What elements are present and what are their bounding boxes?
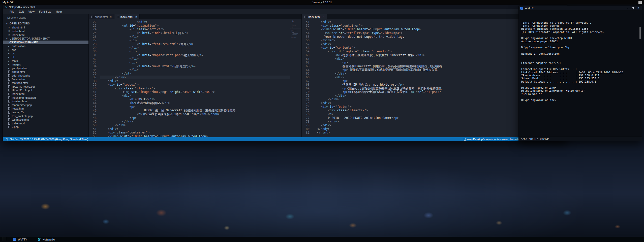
editor-pane-left: about.html×index.html× 22232425262728293… (88, 14, 301, 137)
terminal-line: "Hello World" (521, 92, 639, 95)
folder-fonts[interactable]: ▸fonts (3, 59, 88, 63)
code-line-43: <h1>HKWTC</h1> (100, 97, 290, 101)
taskbar-item-wstty[interactable]: WsTTY (13, 238, 27, 241)
window-controls: – × (627, 7, 640, 9)
open-editor-index.html[interactable]: ×index.html (3, 29, 88, 33)
code-editor-left[interactable]: </div> <ul id="navigation"> <li class="a… (100, 20, 290, 137)
file-icon (8, 126, 10, 128)
workspace-header[interactable]: ▾ USER/DESKTOP/SCREENSHOT (3, 37, 88, 41)
file-icon (8, 115, 10, 117)
code-line-50: </div> (100, 123, 290, 127)
file-location.html[interactable]: location.html (3, 99, 88, 103)
file-teabag.7z[interactable]: teabag.7z (3, 111, 88, 114)
file-label: testmysql.php (12, 118, 29, 121)
tab-close-icon[interactable]: × (323, 15, 324, 18)
hamburger-menu-icon[interactable] (638, 1, 642, 4)
terminal-output[interactable]: [info] Connecting to arozos WsTTY servic… (519, 10, 642, 137)
status-bar: Sat Jan 09 2021 16:29:49 GMT+0800 (Hong … (3, 137, 567, 141)
file-sidebar: Directory Listing ▾ OPEN EDITORS ×about.… (3, 14, 88, 137)
folder-css[interactable]: ▸css (3, 48, 88, 52)
close-icon[interactable]: × (8, 33, 10, 36)
open-editor-about.html[interactable]: ×about.html (3, 25, 88, 29)
terminal-line: (c) 2019 Microsoft Corporation. All righ… (521, 30, 639, 33)
close-icon[interactable]: × (8, 30, 10, 32)
taskbar-items: WsTTYNotepadA (13, 238, 55, 241)
chevron-right-icon: ▸ (8, 60, 10, 62)
file-news.html[interactable]: news.html (3, 107, 88, 111)
wstty-titlebar[interactable]: WsTTY – × (519, 6, 642, 10)
folder-yamlyamlanu[interactable]: ▸yamlyamlanu (3, 66, 88, 70)
file-icon (8, 107, 10, 110)
file-about.html[interactable]: about.html (3, 70, 88, 74)
file-index.php_disabled[interactable]: index.php_disabled (3, 96, 88, 99)
minimize-button[interactable]: – (627, 7, 628, 9)
menu-edit[interactable]: Edit (17, 10, 26, 14)
tab-index.html[interactable]: index.html× (114, 14, 140, 19)
file-trailer.mp4[interactable]: trailer.mp4 (3, 121, 88, 125)
file-label: teabag.7z (12, 111, 24, 114)
file-tree: ▸autostation▸css▸dc▸dl▸fonts▸images▸yaml… (3, 44, 88, 129)
file-features.html[interactable]: features.html (3, 81, 88, 85)
file-HKWTC rule.pdf[interactable]: HKWTC rule.pdf (3, 88, 88, 92)
file-index.html[interactable]: index.html (3, 92, 88, 96)
code-line-25: <a href="index.html">主頁</a> (100, 31, 290, 35)
terminal-line: D:\golang\aroz online>ipconfig (521, 46, 639, 49)
sidebar-title: Directory Listing (3, 14, 88, 22)
file-label: test_sockets.php (12, 115, 33, 118)
tab-close-icon[interactable]: × (110, 15, 111, 18)
file-label: HKWTC notice.pdf (12, 85, 35, 88)
terminal-line (521, 83, 639, 86)
code-line-31: <a href="mapredirect.php">網上地圖</a> (100, 53, 290, 57)
menu-help[interactable]: Help (54, 10, 64, 14)
line-numbers-right: 5152535455565758596061626364656667686970… (302, 20, 313, 137)
folder-dc[interactable]: ▸dc (3, 52, 88, 55)
code-line-48: </p> (100, 116, 290, 120)
workspace-path-line1: USER/DESKTOP/SCREENSHOT (10, 37, 50, 40)
minimap-left[interactable]: </div> <ul id="navigation"> <li class="a… (290, 20, 301, 137)
code-line-26: </li> (100, 35, 290, 39)
terminal-line: [info] Connection opened (521, 24, 639, 27)
terminal-line (521, 43, 639, 46)
file-mapredirect.php[interactable]: mapredirect.php (3, 103, 88, 107)
folder-autostation[interactable]: ▸autostation (3, 44, 88, 48)
folder-dl[interactable]: ▸dl (3, 55, 88, 59)
file-test_sockets.php[interactable]: test_sockets.php (3, 114, 88, 118)
file-HKWTC notice.pdf[interactable]: HKWTC notice.pdf (3, 85, 88, 89)
file-icon (8, 74, 10, 77)
file-x.php[interactable]: x.php (3, 125, 88, 129)
notepada-titlebar[interactable]: NotepadA - index.html – × (3, 5, 567, 9)
tab-index.html[interactable]: index.html× (302, 14, 327, 19)
open-editor-index.html[interactable]: ×index.html (3, 33, 88, 37)
terminal-input[interactable]: echo "Hello World" (519, 137, 642, 141)
tab-about.html[interactable]: about.html× (89, 14, 114, 19)
file-label: index.php_disabled (12, 96, 36, 99)
file-icon (8, 93, 10, 95)
code-line-36: </ul> (100, 72, 290, 76)
open-editors-header[interactable]: ▾ OPEN EDITORS (3, 22, 88, 25)
code-line-42: <div> (100, 94, 290, 98)
code-line-52: <div class="container"> (100, 131, 290, 134)
chevron-down-icon: ▾ (6, 22, 8, 25)
tab-close-icon[interactable]: × (135, 15, 137, 18)
close-icon[interactable]: × (8, 26, 10, 29)
file-testmysql.php[interactable]: testmysql.php (3, 118, 88, 122)
file-favicon.ico[interactable]: favicon.ico (3, 77, 88, 81)
menu-font-size[interactable]: Font Size (37, 10, 54, 14)
taskbar-item-notepada[interactable]: NotepadA (37, 238, 55, 241)
menu-view[interactable]: View (26, 10, 37, 14)
tab-label: about.html (95, 15, 108, 18)
terminal-line: Ethernet adapter ?A?????: (521, 61, 639, 64)
workspace-path-line2-selected[interactable]: /TEST/WWW CLEANED/ (3, 41, 88, 44)
file-label: trailer.mp4 (12, 122, 25, 125)
close-button[interactable]: × (637, 7, 639, 9)
start-menu-button[interactable] (2, 237, 7, 241)
file-icon (8, 71, 10, 73)
folder-images[interactable]: ▸images (3, 63, 88, 66)
menu-file[interactable]: File (7, 10, 17, 14)
code-line-51: </div> (100, 127, 290, 131)
chevron-right-icon: ▸ (8, 67, 10, 70)
file-icon (8, 111, 10, 114)
terminal-scrollbar[interactable] (639, 27, 641, 39)
maximize-button[interactable] (632, 7, 634, 9)
file-add_vhost.php[interactable]: add_vhost.php (3, 74, 88, 78)
